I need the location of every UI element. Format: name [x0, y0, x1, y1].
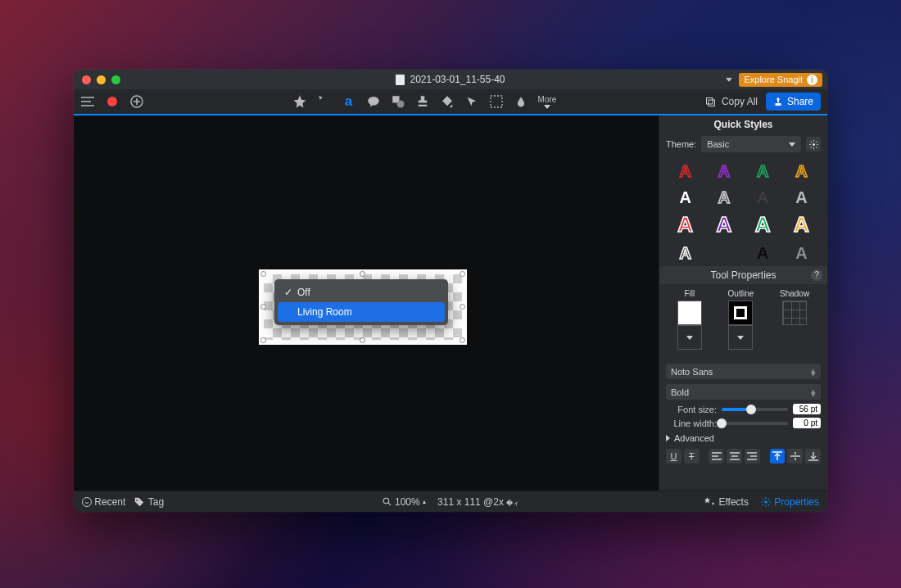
shadow-swatch[interactable] — [782, 301, 807, 325]
fill-dropdown[interactable] — [677, 325, 702, 350]
quick-style-swatch[interactable]: A — [708, 188, 740, 207]
theme-label: Theme: — [666, 139, 696, 149]
quick-style-swatch[interactable]: A — [786, 214, 817, 237]
svg-rect-7 — [709, 100, 715, 106]
align-center-button[interactable] — [727, 449, 742, 464]
advanced-disclosure[interactable]: Advanced — [659, 430, 827, 446]
tool-properties-heading-row: Tool Properties ? — [659, 266, 827, 284]
quick-style-swatch[interactable]: A — [786, 188, 817, 207]
quick-style-swatch[interactable]: A — [669, 188, 701, 207]
effects-tab[interactable]: Effects — [704, 496, 749, 508]
favorite-tool-icon[interactable] — [292, 94, 307, 109]
font-weight-value: Bold — [671, 387, 689, 397]
font-weight-select[interactable]: Bold ▴▾ — [666, 384, 821, 400]
theme-settings-button[interactable] — [806, 137, 821, 152]
align-left-button[interactable] — [709, 449, 724, 464]
resize-handle[interactable] — [460, 337, 465, 343]
blur-tool-icon[interactable] — [514, 94, 528, 109]
close-window-button[interactable] — [82, 75, 91, 84]
tag-button[interactable]: Tag — [134, 496, 164, 508]
align-right-button[interactable] — [745, 449, 760, 464]
move-tool-icon[interactable] — [464, 94, 479, 109]
theme-select[interactable]: Basic — [701, 136, 801, 152]
copy-all-button[interactable]: Copy All — [704, 96, 758, 108]
canvas-dimensions[interactable]: 311 x 111 @2x �ィ — [437, 496, 519, 508]
outline-dropdown[interactable] — [728, 325, 753, 350]
advanced-label: Advanced — [674, 433, 714, 443]
shape-tool-icon[interactable] — [391, 94, 405, 109]
tool-properties-heading: Tool Properties — [710, 269, 776, 281]
window-controls — [74, 75, 120, 84]
svg-point-10 — [764, 500, 767, 504]
properties-label: Properties — [774, 496, 819, 508]
titlebar-menu-dropdown[interactable] — [726, 78, 732, 82]
popup-option-living-room[interactable]: Living Room — [278, 302, 445, 322]
titlebar: 2021-03-01_11-55-40 Explore Snagit i — [74, 70, 827, 89]
resize-handle[interactable] — [460, 271, 465, 277]
chevron-down-icon — [544, 105, 550, 109]
help-button[interactable]: ? — [811, 269, 822, 281]
recent-button[interactable]: Recent — [82, 496, 125, 508]
svg-point-2 — [368, 97, 379, 106]
resize-handle[interactable] — [460, 304, 465, 310]
right-panel: Quick Styles Theme: Basic AAAAAAAAAAAAAA… — [659, 115, 827, 491]
quick-style-swatch[interactable]: A — [747, 188, 779, 207]
quick-style-swatch[interactable]: A — [747, 161, 779, 181]
fill-tool-icon[interactable] — [440, 94, 455, 109]
quick-style-swatch[interactable]: A — [669, 214, 701, 237]
text-tool-icon[interactable]: a — [342, 94, 356, 109]
add-button[interactable] — [129, 94, 144, 109]
stamp-tool-icon[interactable] — [415, 94, 430, 109]
resize-handle[interactable] — [360, 337, 365, 343]
effects-label: Effects — [718, 496, 748, 508]
canvas[interactable]: ✓ Off Living Room — [74, 115, 659, 491]
hamburger-menu-icon[interactable] — [80, 94, 95, 109]
svg-rect-5 — [491, 96, 502, 107]
fill-swatch[interactable] — [677, 301, 702, 325]
share-button[interactable]: Share — [766, 93, 821, 111]
quick-style-swatch[interactable]: A — [708, 214, 740, 237]
line-width-value[interactable]: 0 pt — [793, 418, 821, 428]
align-top-button[interactable] — [770, 449, 786, 464]
fill-label: Fill — [684, 289, 695, 298]
properties-tab[interactable]: Properties — [760, 496, 819, 508]
popup-option-off[interactable]: ✓ Off — [278, 283, 445, 302]
font-size-slider[interactable] — [722, 408, 788, 411]
align-bottom-button[interactable] — [805, 449, 821, 464]
zoom-value: 100% — [395, 496, 420, 508]
quick-style-swatch[interactable]: A — [786, 243, 817, 263]
underline-button[interactable]: U — [666, 449, 681, 464]
quick-style-swatch[interactable]: A — [747, 243, 779, 263]
align-middle-button[interactable] — [787, 449, 803, 464]
quick-style-swatch[interactable]: A — [669, 161, 701, 181]
explore-snagit-button[interactable]: Explore Snagit i — [739, 73, 822, 87]
quick-style-swatch[interactable]: A — [669, 243, 701, 263]
chevron-down-icon — [789, 142, 795, 147]
quick-style-swatch[interactable]: A — [786, 161, 817, 181]
outline-swatch[interactable] — [728, 301, 753, 325]
font-size-value[interactable]: 56 pt — [793, 404, 821, 414]
line-width-slider[interactable] — [722, 422, 788, 425]
resize-handle[interactable] — [260, 304, 266, 310]
text-format-buttons: U T — [659, 446, 827, 468]
strikethrough-button[interactable]: T — [684, 449, 700, 464]
font-family-select[interactable]: Noto Sans ▴▾ — [666, 364, 821, 379]
quick-style-swatch[interactable]: A — [747, 214, 779, 237]
callout-tool-icon[interactable] — [366, 94, 381, 109]
zoom-control[interactable]: 100% ▴ — [382, 496, 426, 508]
window-title: 2021-03-01_11-55-40 — [74, 74, 827, 85]
arrow-tool-icon[interactable] — [317, 94, 332, 109]
selection-tool-icon[interactable] — [489, 94, 504, 109]
selected-image-object[interactable]: ✓ Off Living Room — [259, 269, 467, 345]
minimize-window-button[interactable] — [97, 75, 106, 84]
resize-handle[interactable] — [360, 271, 365, 277]
more-tools-button[interactable]: More — [538, 95, 557, 109]
shadow-swatch-group: Shadow — [780, 289, 809, 350]
disclosure-triangle-icon — [666, 435, 670, 441]
record-button[interactable] — [105, 94, 120, 109]
quick-style-swatch[interactable]: A — [708, 243, 740, 263]
resize-handle[interactable] — [260, 337, 266, 343]
zoom-window-button[interactable] — [111, 75, 120, 84]
quick-style-swatch[interactable]: A — [708, 161, 740, 181]
resize-handle[interactable] — [260, 271, 266, 277]
